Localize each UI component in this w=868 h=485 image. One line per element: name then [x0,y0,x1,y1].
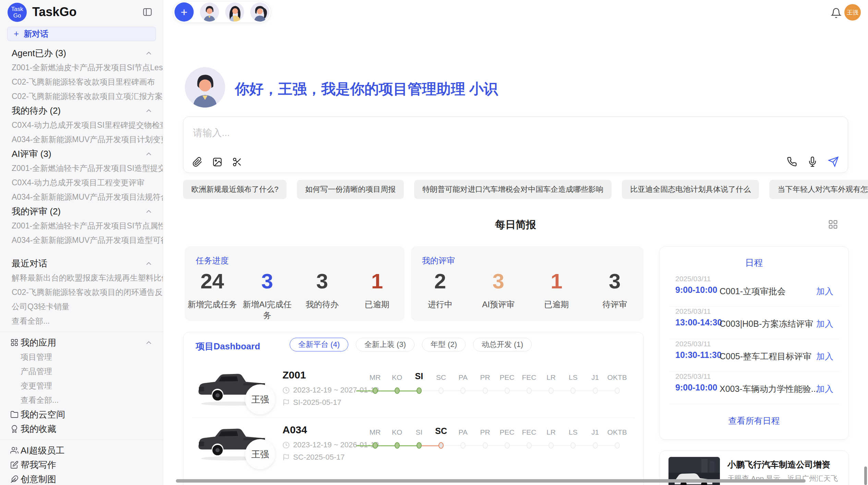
join-link[interactable]: 加入 [816,383,833,395]
section-my-todo[interactable]: 我的待办 (2) [0,103,163,118]
agent-avatars-bar: + [173,1,271,23]
stat: 2 进行中 [411,268,469,310]
list-item[interactable]: C02-飞腾新能源轻客改款项目立项汇报方案 [0,89,163,103]
chevron-up-icon[interactable] [145,260,153,268]
list-item[interactable]: Z001-全新燃油轻卡产品开发项目SI造型提交物评审 [0,161,163,175]
sidebar-item-change-mgmt[interactable]: 变更管理 [0,378,163,393]
list-item[interactable]: Z001-全新燃油轻卡产品开发项目SI节点属性5D文件评审 [0,219,163,233]
flag-icon [282,454,290,461]
project-row[interactable]: 王强 Z001 2023-12-19 ~ 2027-01-19 SI-2025-… [194,366,636,418]
sidebar-collapse-icon[interactable] [142,7,153,17]
list-item[interactable]: C02-飞腾新能源轻客改款项目的闭环通告反馈情况 [0,285,163,299]
sidebar-item-cloud-space[interactable]: 我的云空间 [0,407,163,422]
tab-new-body[interactable]: 全新上装 (3) [356,338,414,351]
list-item[interactable]: C02-飞腾新能源轻客改款项目里程碑画布 [0,75,163,89]
list-item[interactable]: A034-全新新能源MUV产品开发项目计划变更表编写 [0,132,163,147]
app-logo: Task Go [8,3,27,22]
sidebar-item-ai-super-staff[interactable]: AI超级员工 [0,443,163,458]
milestone-label: OKTB [603,373,631,382]
join-link[interactable]: 加入 [816,286,833,297]
stat: 1 已逾期 [528,268,586,310]
feather-icon [10,475,19,483]
sidebar-item-project-mgmt[interactable]: 项目管理 [0,350,163,364]
stat: 3 新增AI完成任务 [240,268,294,321]
suggestion-chip[interactable]: 如何写一份清晰的项目周报 [297,180,404,199]
agent-avatar-2[interactable] [225,2,244,22]
vertical-scrollbar[interactable] [864,467,867,485]
send-icon[interactable] [828,156,839,167]
notification-bell-icon[interactable] [831,8,842,18]
tab-new-platform[interactable]: 全新平台 (4) [290,338,348,351]
owner-badge: 王强 [245,384,275,414]
schedule-item: 2025/03/11 10:30-11:30 C005-整车工程目标评审 加入 [660,339,848,372]
milestone-dot [593,387,598,394]
chevron-up-icon[interactable] [145,50,153,57]
milestone-dot [417,387,422,394]
sidebar-item-product-mgmt[interactable]: 产品管理 [0,364,163,378]
grid-icon [10,338,19,347]
edit-icon [10,461,19,469]
list-item[interactable]: C0X4-动力总成开发项目SI里程碑提交物检查 [0,118,163,132]
section-agent-done[interactable]: Agent已办 (3) [0,46,163,60]
milestone-dot [438,442,444,449]
tab-model-year[interactable]: 年型 (2) [422,338,466,351]
message-input[interactable] [192,123,742,143]
microphone-icon[interactable] [807,157,818,167]
milestone-timeline: MRKOSISCPAPRPECFECLRLSJ1OKTB [356,421,636,473]
sidebar-item-help-me-write[interactable]: 帮我写作 [0,458,163,472]
schedule-item: 2025/03/11 9:00-10:00 C001-立项审批会 加入 [660,274,848,307]
users-icon [10,446,19,455]
section-ai-review[interactable]: AI评审 (3) [0,147,163,161]
list-item[interactable]: 解释最新出台的欧盟报废车法规再生塑料比例被调至15%... [0,271,163,285]
sidebar-item-my-apps[interactable]: 我的应用 [0,335,163,350]
user-avatar[interactable]: 王强 [844,4,861,21]
phone-icon[interactable] [787,157,797,167]
view-all-apps[interactable]: 查看全部... [0,393,163,407]
new-chat-button[interactable]: +新对话 [7,27,156,41]
chevron-up-icon[interactable] [145,107,153,115]
horizontal-scrollbar[interactable] [176,479,806,483]
milestone-dot [548,387,554,394]
list-item[interactable]: C0X4-动力总成开发项目工程变更评审 [0,175,163,190]
view-all-chats[interactable]: 查看全部... [0,314,163,328]
stat: 24 新增完成任务 [185,268,240,321]
project-dashboard-card: 项目Dashboard 全新平台 (4) 全新上装 (3) 年型 (2) 动总开… [183,332,644,485]
sidebar-item-creative-drawing[interactable]: 创意制图 [0,472,163,485]
project-row[interactable]: 王强 A034 2023-12-19 ~ 2026-01-19 SC-2025-… [194,421,636,473]
tab-powertrain[interactable]: 动总开发 (1) [473,338,532,351]
section-my-review[interactable]: 我的评审 (2) [0,204,163,219]
sidebar-item-favorites[interactable]: 我的收藏 [0,422,163,436]
suggestion-chip[interactable]: 欧洲新规最近颁布了什么? [183,180,287,199]
milestone-dot [505,387,510,394]
project-code: A034 [282,424,307,436]
chevron-up-icon[interactable] [145,339,153,347]
image-icon[interactable] [212,157,222,167]
view-all-schedule-link[interactable]: 查看所有日程 [660,415,848,426]
stat: 1 已逾期 [350,268,405,321]
dashboard-tabs: 全新平台 (4) 全新上装 (3) 年型 (2) 动总开发 (1) [290,338,532,351]
task-progress-card: 任务进度 24 新增完成任务 3 新增AI完成任务 3 我的待办 1 已逾期 [185,246,405,321]
agent-avatar-1[interactable] [200,2,219,22]
attachment-icon[interactable] [192,157,203,167]
list-item[interactable]: 公司Q3轻卡销量 [0,299,163,314]
suggestion-chip[interactable]: 比亚迪全固态电池计划具体说了什么 [622,180,759,199]
my-review-card: 我的评审 2 进行中 3 AI预评审 1 已逾期 3 待评审 [411,246,644,321]
join-link[interactable]: 加入 [816,351,833,362]
suggestion-chip[interactable]: 当下年轻人对汽车外观有怎样的喜好趋势 [769,180,868,199]
milestone-dot [570,387,576,394]
list-item[interactable]: A034-全新新能源MUV产品开发项目造型可行性评审 [0,233,163,247]
join-link[interactable]: 加入 [816,318,833,329]
section-recent-chats[interactable]: 最近对话 [0,256,163,271]
list-item[interactable]: A034-全新新能源MUV产品开发项目法规符合性评审 [0,190,163,204]
chevron-up-icon[interactable] [145,150,153,158]
milestone-dot [505,442,510,449]
composer-right-icons [787,156,839,167]
list-item[interactable]: Z001-全新燃油皮卡产品开发项目SI节点Lesson Learn报告 [0,60,163,75]
scissors-icon[interactable] [232,157,242,167]
suggestion-chip[interactable]: 特朗普可能对进口汽车增税会对中国车企造成哪些影响 [414,180,612,199]
add-agent-button[interactable]: + [174,2,194,22]
agent-avatar-3[interactable] [250,2,269,22]
chevron-up-icon[interactable] [145,208,153,215]
layout-grid-icon[interactable] [828,219,838,229]
sidebar-header: Task Go TaskGo [0,0,163,25]
